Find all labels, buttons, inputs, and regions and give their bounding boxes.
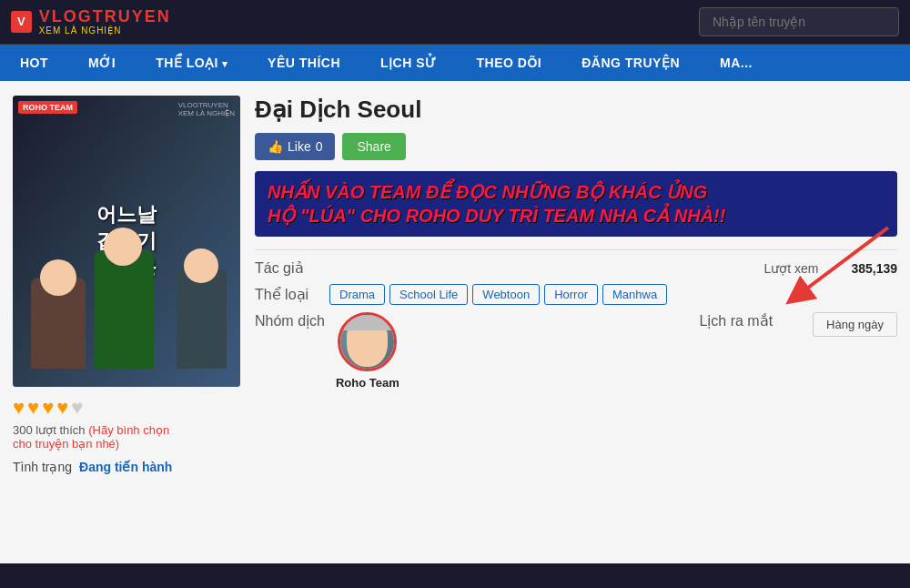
group-avatar: [338, 312, 397, 371]
star-5[interactable]: ♥: [71, 396, 83, 420]
nav-yeu-thich[interactable]: YÊU THÍCH: [248, 45, 360, 81]
release-label: Lịch ra mắt: [699, 312, 773, 329]
tag-horror[interactable]: Horror: [544, 284, 598, 305]
nav-the-loai[interactable]: THỂ LOẠI: [136, 45, 248, 81]
views-value: 385,139: [851, 261, 897, 276]
author-label: Tác giả: [255, 259, 318, 277]
logo: V VLOGTRUYEN XEM LÀ NGHIỆN: [11, 8, 171, 36]
nav-dang-truyen[interactable]: ĐĂNG TRUYỆN: [561, 45, 700, 81]
promo-text: NHẤN VÀO TEAM ĐỂ ĐỌC NHỮNG BỘ KHÁC ỦNG H…: [268, 180, 885, 228]
group-avatar-inner: [340, 315, 394, 369]
nav-hot[interactable]: HOT: [0, 45, 68, 81]
logo-bottom: XEM LÀ NGHIỆN: [39, 25, 171, 35]
action-row: 👍 Like 0 Share: [255, 133, 897, 160]
star-2[interactable]: ♥: [27, 396, 39, 420]
tag-manhwa[interactable]: Manhwa: [602, 284, 667, 305]
nav-moi[interactable]: MỚI: [68, 45, 136, 81]
like-label: Like: [288, 139, 311, 154]
star-rating: ♥ ♥ ♥ ♥ ♥: [13, 396, 240, 420]
info-section: Tác giả Lượt xem 385,139 Thể loại Drama …: [255, 259, 897, 390]
status-row: Tình trạng Đang tiến hành: [13, 460, 240, 474]
genre-tags: Drama School Life Webtoon Horror Manhwa: [329, 284, 667, 305]
tag-school-life[interactable]: School Life: [389, 284, 468, 305]
cover-team-badge: ROHO TEAM: [18, 101, 77, 114]
nav-theo-doi[interactable]: THEO DÕI: [457, 45, 562, 81]
tag-webtoon[interactable]: Webtoon: [472, 284, 540, 305]
header: V VLOGTRUYEN XEM LÀ NGHIỆN: [0, 0, 910, 45]
status-value: Đang tiến hành: [79, 460, 172, 474]
divider-1: [255, 249, 897, 250]
like-count: 0: [316, 139, 323, 154]
genre-label: Thể loại: [255, 286, 318, 303]
translator-group: Roho Team: [336, 312, 399, 390]
character-2: [177, 269, 227, 369]
star-4[interactable]: ♥: [56, 396, 68, 420]
nav-ma[interactable]: MA...: [700, 45, 773, 81]
search-input[interactable]: [699, 7, 899, 36]
character-3: [95, 250, 154, 369]
share-button[interactable]: Share: [342, 133, 405, 160]
star-3[interactable]: ♥: [42, 396, 54, 420]
rating-count: 300 lượt thích (Hãy bình chọncho truyện …: [13, 423, 240, 451]
cover-art: ROHO TEAM VLOGTRUYENXEM LÀ NGHIỆN 어느날갑자기…: [13, 96, 240, 387]
manga-section: ROHO TEAM VLOGTRUYENXEM LÀ NGHIỆN 어느날갑자기…: [13, 96, 897, 474]
cover-watermark: VLOGTRUYENXEM LÀ NGHIỆN: [178, 101, 235, 117]
tag-drama[interactable]: Drama: [329, 284, 385, 305]
like-button[interactable]: 👍 Like 0: [255, 133, 335, 160]
logo-text: VLOGTRUYEN XEM LÀ NGHIỆN: [39, 8, 171, 36]
cover-wrapper: ROHO TEAM VLOGTRUYENXEM LÀ NGHIỆN 어느날갑자기…: [13, 96, 240, 387]
genre-row: Thể loại Drama School Life Webtoon Horro…: [255, 284, 897, 305]
promo-banner: NHẤN VÀO TEAM ĐỂ ĐỌC NHỮNG BỘ KHÁC ỦNG H…: [255, 171, 897, 237]
translator-label: Nhóm dịch: [255, 312, 325, 329]
group-name: Roho Team: [336, 376, 399, 390]
star-1[interactable]: ♥: [13, 396, 25, 420]
logo-v-badge: V: [11, 11, 32, 33]
main-nav: HOT MỚI THỂ LOẠI YÊU THÍCH LỊCH SỬ THEO …: [0, 45, 910, 81]
rating-area: ♥ ♥ ♥ ♥ ♥ 300 lượt thích (Hãy bình chọnc…: [13, 396, 240, 451]
logo-top: VLOGTRUYEN: [39, 8, 171, 26]
group-avatar-wrapper[interactable]: [338, 312, 397, 371]
avatar-face: [347, 317, 388, 367]
translator-row: Nhóm dịch Roho Team Lịch ra mắt: [255, 312, 897, 390]
thumb-icon: 👍: [268, 139, 283, 154]
author-row: Tác giả Lượt xem 385,139: [255, 259, 897, 277]
views-label: Lượt xem: [763, 261, 818, 276]
right-panel: Đại Dịch Seoul 👍 Like 0 Share NHẤN VÀO T…: [255, 96, 897, 474]
left-panel: ROHO TEAM VLOGTRUYENXEM LÀ NGHIỆN 어느날갑자기…: [13, 96, 240, 474]
main-content: ROHO TEAM VLOGTRUYENXEM LÀ NGHIỆN 어느날갑자기…: [0, 81, 910, 563]
release-value[interactable]: Hàng ngày: [813, 312, 897, 337]
manga-title: Đại Dịch Seoul: [255, 96, 897, 124]
nav-lich-su[interactable]: LỊCH SỬ: [360, 45, 457, 81]
status-label: Tình trạng: [13, 460, 72, 474]
character-1: [31, 278, 86, 369]
